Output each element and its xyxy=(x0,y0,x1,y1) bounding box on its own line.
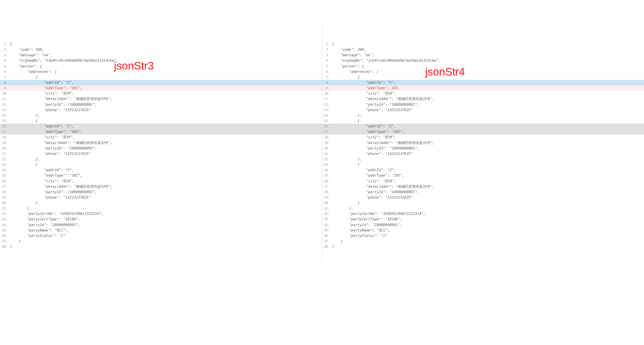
code-line[interactable]: 32. "partyCertNo": "320925199612122314", xyxy=(0,211,322,217)
code-line[interactable]: 6. "addresses": [ xyxy=(0,69,322,74)
code-line[interactable]: 27. "detailAddr": "相城区双塔街道33号", xyxy=(322,184,644,189)
code-line[interactable]: 22. }, xyxy=(0,156,322,162)
code-line[interactable]: 21. "phone": "13213137625" xyxy=(0,151,322,156)
code-line[interactable]: 11. "detailAddr": "相城区双塔街道33号", xyxy=(0,96,322,102)
code-line[interactable]: 2. "code": 200, xyxy=(0,47,322,52)
line-number: 35. xyxy=(322,228,332,233)
code-line[interactable]: 28. "partyId": "10000000001", xyxy=(322,189,644,195)
code-line[interactable]: 3. "message": "ok", xyxy=(322,52,644,58)
code-line[interactable]: 35. "partyName": "张三", xyxy=(0,228,322,233)
line-number: 9. xyxy=(0,86,10,91)
line-number: 7. xyxy=(322,75,332,80)
code-line[interactable]: 6. "addresses": [ xyxy=(322,69,644,74)
code-line[interactable]: 15. { xyxy=(322,118,644,124)
line-number: 32. xyxy=(322,211,332,217)
code-line[interactable]: 30. } xyxy=(0,200,322,206)
code-line[interactable]: 35. "partyName": "张三", xyxy=(322,228,644,233)
code-line[interactable]: 24. "addrId": "3", xyxy=(0,167,322,173)
line-text: { xyxy=(332,42,644,47)
code-line[interactable]: 15. { xyxy=(0,118,322,124)
line-number: 19. xyxy=(322,140,332,146)
code-line[interactable]: 38.} xyxy=(0,244,322,249)
line-number: 27. xyxy=(322,184,332,189)
code-line[interactable]: 18. "city": "苏州", xyxy=(322,134,644,140)
code-line[interactable]: 13. "phone": "13213137625" xyxy=(0,107,322,113)
code-line[interactable]: 5. "person": { xyxy=(0,64,322,69)
code-line[interactable]: 14. }, xyxy=(322,113,644,118)
line-number: 8. xyxy=(0,80,10,85)
code-line[interactable]: 29. "phone": "13213137625" xyxy=(0,195,322,200)
code-line[interactable]: 33. "partyCertType": "10100", xyxy=(322,217,644,222)
code-line[interactable]: 4. "orgSeqNo": "12e9fc45c09b4a69b7aa2bbc… xyxy=(322,58,644,63)
code-line[interactable]: 32. "partyCertNo": "320925199612122314", xyxy=(322,211,644,217)
line-number: 36. xyxy=(0,233,10,239)
code-line[interactable]: 34. "partyId": "10000000001", xyxy=(322,222,644,228)
code-line[interactable]: 25. "addrType": "102", xyxy=(0,173,322,178)
line-number: 38. xyxy=(0,244,10,249)
code-line[interactable]: 16. "addrId": "1", xyxy=(0,124,322,129)
code-line[interactable]: 25. "addrType": "102", xyxy=(322,173,644,178)
line-number: 10. xyxy=(322,91,332,96)
code-line[interactable]: 37. } xyxy=(0,239,322,244)
line-number: 33. xyxy=(0,217,10,222)
code-line[interactable]: 8. "addrId": "1", xyxy=(322,80,644,85)
code-line[interactable]: 1.{ xyxy=(0,42,322,47)
line-number: 23. xyxy=(0,162,10,167)
code-line[interactable]: 19. "detailAddr": "相城区双塔街道33号", xyxy=(0,140,322,146)
code-line[interactable]: 7. { xyxy=(322,74,644,80)
code-line[interactable]: 36. "partyStatus": "1" xyxy=(322,233,644,239)
line-number: 26. xyxy=(0,179,10,184)
code-line[interactable]: 29. "phone": "13213137625" xyxy=(322,195,644,200)
code-line[interactable]: 10. "city": "苏州", xyxy=(322,91,644,96)
code-line[interactable]: 31. ], xyxy=(0,206,322,211)
code-line[interactable]: 9. "addrType": 103, xyxy=(322,85,644,91)
code-line[interactable]: 28. "partyId": "10000000001", xyxy=(0,189,322,195)
code-line[interactable]: 20. "partyId": "10000000001", xyxy=(322,146,644,151)
code-line[interactable]: 3. "message": "ok", xyxy=(0,52,322,58)
line-text: "addrType": "101", xyxy=(332,129,644,134)
line-text: ], xyxy=(332,206,644,211)
line-number: 26. xyxy=(322,179,332,184)
code-line[interactable]: 5. "person": { xyxy=(322,64,644,69)
code-line[interactable]: 34. "partyId": "10000000001", xyxy=(0,222,322,228)
right-code-block[interactable]: 1.{2. "code": 200,3. "message": "ok",4. … xyxy=(322,42,644,249)
code-line[interactable]: 14. }, xyxy=(0,113,322,118)
code-line[interactable]: 9. "addrType": "101", xyxy=(0,85,322,91)
code-line[interactable]: 4. "orgSeqNo": "12e9fc45c09b4a69b7aa2bbc… xyxy=(0,58,322,63)
code-line[interactable]: 12. "partyId": "10000000001", xyxy=(322,102,644,107)
code-line[interactable]: 23. { xyxy=(0,162,322,167)
code-line[interactable]: 8. "addrId": "2", xyxy=(0,80,322,85)
code-line[interactable]: 23. { xyxy=(322,162,644,167)
code-line[interactable]: 2. "code": 200, xyxy=(322,47,644,52)
code-line[interactable]: 1.{ xyxy=(322,42,644,47)
code-line[interactable]: 26. "city": "苏州", xyxy=(0,178,322,184)
code-line[interactable]: 21. "phone": "13213137625" xyxy=(322,151,644,156)
code-line[interactable]: 24. "addrId": "3", xyxy=(322,167,644,173)
code-line[interactable]: 7. { xyxy=(0,74,322,80)
left-code-block[interactable]: 1.{2. "code": 200,3. "message": "ok",4. … xyxy=(0,42,322,249)
code-line[interactable]: 13. "phone": "13213137625" xyxy=(322,107,644,113)
code-line[interactable]: 17. "addrType": "103", xyxy=(0,129,322,134)
code-line[interactable]: 36. "partyStatus": "1" xyxy=(0,233,322,239)
line-number: 31. xyxy=(322,206,332,211)
code-line[interactable]: 10. "city": "苏州", xyxy=(0,91,322,96)
line-text: "phone": "13213137625" xyxy=(10,195,322,200)
code-line[interactable]: 20. "partyId": "10000000001", xyxy=(0,146,322,151)
code-line[interactable]: 11. "detailAddr": "相城区双塔街道33号", xyxy=(322,96,644,102)
code-line[interactable]: 12. "partyId": "10000000001", xyxy=(0,102,322,107)
line-text: "partyId": "10000000001", xyxy=(332,102,644,107)
code-line[interactable]: 26. "city": "苏州", xyxy=(322,178,644,184)
code-line[interactable]: 30. } xyxy=(322,200,644,206)
line-number: 30. xyxy=(322,200,332,206)
code-line[interactable]: 37. } xyxy=(322,239,644,244)
line-text: "code": 200, xyxy=(332,47,644,52)
code-line[interactable]: 19. "detailAddr": "相城区双塔街道33号", xyxy=(322,140,644,146)
code-line[interactable]: 27. "detailAddr": "相城区双塔街道33号", xyxy=(0,184,322,189)
code-line[interactable]: 16. "addrId": "2", xyxy=(322,124,644,129)
code-line[interactable]: 38.} xyxy=(322,244,644,249)
code-line[interactable]: 22. }, xyxy=(322,156,644,162)
code-line[interactable]: 31. ], xyxy=(322,206,644,211)
code-line[interactable]: 18. "city": "苏州", xyxy=(0,134,322,140)
code-line[interactable]: 33. "partyCertType": "10100", xyxy=(0,217,322,222)
code-line[interactable]: 17. "addrType": "101", xyxy=(322,129,644,134)
